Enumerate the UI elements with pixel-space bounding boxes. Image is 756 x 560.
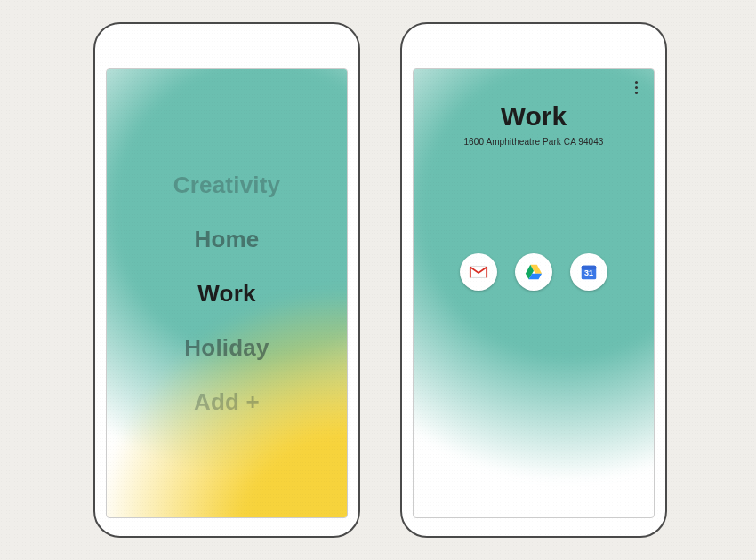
svg-rect-5 xyxy=(582,266,597,270)
mode-list: Creativity Home Work Holiday Add + xyxy=(107,69,347,517)
more-vertical-icon[interactable] xyxy=(627,76,645,98)
app-gmail[interactable] xyxy=(460,253,497,291)
mode-item-holiday[interactable]: Holiday xyxy=(184,334,269,362)
canvas: Creativity Home Work Holiday Add + Work … xyxy=(0,0,756,560)
app-row: 31 xyxy=(460,253,607,291)
calendar-icon xyxy=(579,262,599,282)
phone-screen-left: Creativity Home Work Holiday Add + xyxy=(106,68,348,518)
mode-item-creativity[interactable]: Creativity xyxy=(173,172,281,199)
app-calendar[interactable]: 31 xyxy=(570,253,607,291)
gmail-icon xyxy=(469,262,488,282)
mode-item-home[interactable]: Home xyxy=(194,226,259,253)
phone-frame-right: Work 1600 Amphitheatre Park CA 94043 xyxy=(400,22,667,538)
mode-subtitle: 1600 Amphitheatre Park CA 94043 xyxy=(463,137,603,147)
phone-screen-right: Work 1600 Amphitheatre Park CA 94043 xyxy=(413,68,655,518)
phone-frame-left: Creativity Home Work Holiday Add + xyxy=(93,22,360,538)
mode-item-work[interactable]: Work xyxy=(197,280,255,308)
app-drive[interactable] xyxy=(515,253,552,291)
mode-detail: Work 1600 Amphitheatre Park CA 94043 xyxy=(414,69,654,517)
mode-title: Work xyxy=(501,101,567,132)
mode-item-add[interactable]: Add + xyxy=(194,388,260,416)
drive-icon xyxy=(524,262,543,282)
